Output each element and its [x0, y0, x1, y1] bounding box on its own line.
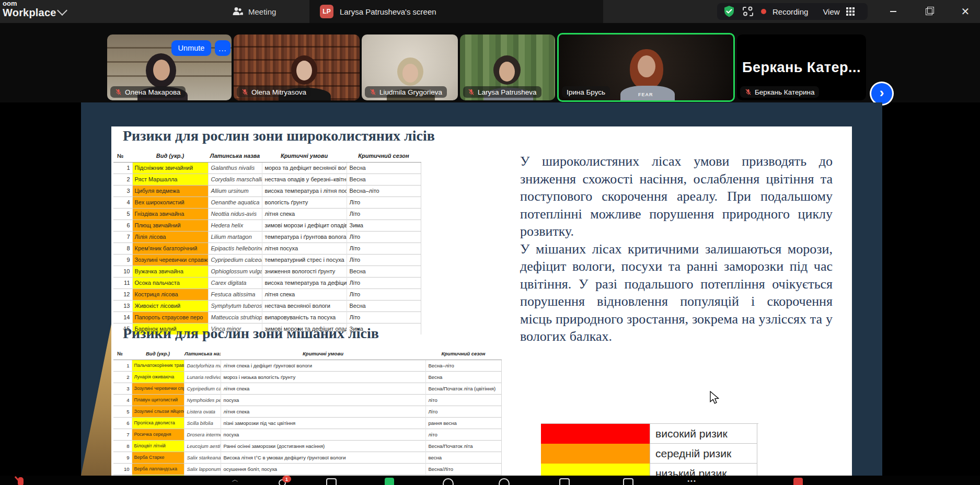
unmute-button[interactable]: Unmute	[171, 40, 211, 56]
apps-icon[interactable]	[558, 477, 571, 485]
record-icon[interactable]	[442, 477, 454, 485]
table-cell: випаровуваність та посуха	[262, 312, 347, 324]
legend-row: високий ризик	[541, 424, 758, 444]
participant-name: Олена Макарова	[125, 88, 181, 96]
table-cell: нестача опадів у березні–квітні	[262, 174, 347, 186]
table-cell: Oenanthe aquatica	[208, 197, 262, 209]
chevron-down-icon[interactable]	[57, 5, 67, 16]
video-tile[interactable]: Olena Mitryasova	[234, 34, 360, 100]
table1: №Вид (укр.)Латинська назваКритичні умови…	[113, 149, 421, 334]
muted-mic-icon	[115, 88, 122, 96]
table-cell: 11	[113, 278, 132, 289]
table-cell: посуха	[221, 429, 425, 441]
table-row: 7Росичка середняDrosera intermediaпосуха…	[113, 429, 501, 441]
minimize-button[interactable]	[883, 5, 903, 18]
table-row: 13Живокіст лісовийSymphytum tuberosumнес…	[113, 301, 421, 312]
table-row: 2Ряст МаршаллаCorydalis marschallianaнес…	[113, 174, 421, 186]
meeting-status-pill: Recording View	[717, 3, 868, 20]
table-cell: 12	[113, 289, 132, 301]
table-cell: Symphytum tuberosum	[208, 301, 262, 312]
table-cell: Matteuccia struthiopteris	[208, 312, 262, 324]
table-cell: Scilla bifolia	[184, 418, 221, 429]
risk-legend: високий ризиксередній ризикнизький ризик	[541, 423, 758, 476]
share-screen-icon[interactable]	[383, 477, 396, 485]
table1-grid: №Вид (укр.)Латинська назваКритичні умови…	[113, 149, 421, 334]
table-row: 11Осока пальчастаCarex digitataвисока те…	[113, 278, 421, 289]
table-cell: Весна	[347, 174, 421, 186]
table-cell: Крем'яник багаторічний	[132, 243, 208, 255]
table-cell: Літо	[347, 289, 421, 301]
tab-meeting[interactable]: Meeting	[232, 0, 276, 23]
minimize-icon	[890, 11, 896, 12]
participant-nametag: Ірина Брусь	[562, 86, 610, 98]
muted-mic-icon	[370, 88, 376, 96]
reactions-icon[interactable]	[498, 477, 510, 485]
tile-more-button[interactable]: ...	[215, 40, 230, 56]
table-cell: нестача весняної вологи	[262, 301, 347, 312]
avatar: LP	[320, 5, 333, 18]
table-cell: весна	[425, 452, 501, 464]
table-cell: Dactylorhiza majalis	[184, 360, 221, 372]
legend-label: середній ризик	[650, 444, 757, 464]
table-cell: зимові морози і дефіцит опадів	[262, 220, 347, 232]
muted-mic-icon	[745, 88, 752, 96]
table-cell: літо	[425, 395, 501, 406]
table-cell: Літо	[347, 209, 421, 220]
participant-name: Беркань Катерина	[755, 88, 814, 96]
table-row: 8Крем'яник багаторічнийEpipactis hellebo…	[113, 243, 421, 255]
table-cell: літня спека і дефіцит ґрунтової вологи	[221, 360, 425, 372]
video-tile[interactable]: Unmute ... Олена Макарова	[107, 34, 232, 100]
video-tile-camera-off[interactable]: Беркань Катер... Беркань Катерина	[737, 34, 866, 100]
microphone-muted-icon[interactable]	[15, 477, 27, 485]
view-grid-icon[interactable]	[846, 7, 855, 16]
recording-label: Recording	[773, 7, 808, 16]
column-header: Критичні умови	[221, 347, 425, 360]
video-tile[interactable]: Larysa Patrusheva	[460, 34, 555, 100]
participant-name: Ірина Брусь	[567, 88, 605, 96]
table-cell: вологість ґрунту	[262, 197, 347, 209]
table-cell: Весна	[347, 163, 421, 174]
security-shield-icon[interactable]	[723, 5, 735, 18]
table-cell: 10	[113, 266, 132, 278]
table-cell: Підсніжник звичайний	[132, 163, 208, 174]
table-cell: Костриця лісова	[132, 289, 208, 301]
more-icon[interactable]: •••	[686, 477, 698, 485]
close-button[interactable]: ✕	[955, 5, 975, 18]
window-titlebar: oom Workplace Meeting LP Larysa Patrushe…	[0, 0, 980, 23]
table-cell: Літо	[347, 255, 421, 266]
whiteboard-icon[interactable]	[622, 477, 635, 485]
table-cell: 9	[113, 255, 132, 266]
table-cell: 3	[113, 186, 132, 197]
table-cell: 1	[113, 360, 132, 372]
video-tile-active-speaker[interactable]: FEAR Ірина Брусь	[557, 33, 735, 102]
table-cell: 7	[113, 429, 132, 441]
chat-icon[interactable]	[325, 477, 338, 485]
table-cell: 5	[113, 406, 132, 418]
ai-companion-icon[interactable]	[741, 6, 755, 17]
table-row: 4Плавун щитолистийNymphoides peltataпосу…	[113, 395, 501, 406]
legend-row: низький ризик	[541, 464, 758, 476]
muted-mic-icon	[241, 88, 248, 96]
table-cell: мороз і низька вологість ґрунту	[221, 372, 425, 383]
table-cell: літня спека	[221, 383, 425, 395]
participants-icon[interactable]: 1	[276, 477, 289, 485]
table-row: 6Плющ звичайнийHedera helixзимові морози…	[113, 220, 421, 232]
chevron-up-icon[interactable]: ︿	[229, 477, 241, 485]
table-cell: посуха	[221, 395, 425, 406]
table-cell: Ранні осінні заморозки (достигання насін…	[221, 441, 425, 452]
column-header: №	[113, 149, 132, 163]
presentation-slide: Ризики для рослин зони широколистяних лі…	[111, 126, 852, 476]
view-button-label[interactable]: View	[823, 7, 839, 16]
table-cell: літня посуха	[262, 243, 347, 255]
video-tile[interactable]: Liudmila Grygorieva	[362, 34, 458, 100]
restore-button[interactable]	[919, 5, 939, 18]
table-row: 7Лілія лісоваLilium martagonтемпература …	[113, 232, 421, 243]
table-cell: 3	[113, 383, 132, 395]
participant-nametag: Беркань Катерина	[740, 86, 819, 98]
table-cell: Верба лапландська	[132, 464, 184, 475]
table-cell: літо	[425, 429, 501, 441]
table-cell: Carex digitata	[208, 278, 262, 289]
table-cell: температурний стрес і посуха	[262, 255, 347, 266]
tab-shared-screen[interactable]: LP Larysa Patrusheva's screen ...	[309, 0, 603, 23]
leave-icon[interactable]	[792, 477, 804, 485]
